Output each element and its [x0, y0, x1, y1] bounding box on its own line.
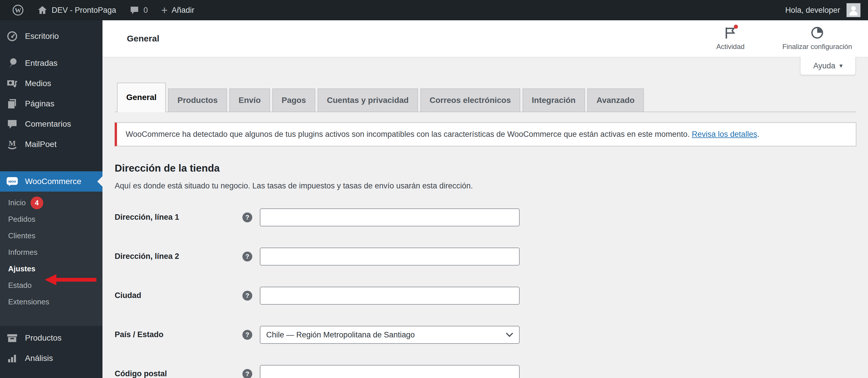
activity-label: Actividad	[716, 43, 744, 51]
submenu-item-informes[interactable]: Informes	[0, 244, 102, 261]
site-name-label: DEV - ProntoPaga	[52, 6, 116, 15]
sidebar-item-label: Análisis	[25, 354, 53, 363]
sidebar-item-label: MailPoet	[25, 140, 57, 149]
help-tip-icon[interactable]: ?	[242, 212, 252, 222]
chevron-down-icon: ▾	[840, 62, 843, 70]
submenu-item-clientes[interactable]: Clientes	[0, 228, 102, 244]
submenu-item-extensiones[interactable]: Extensiones	[0, 294, 102, 310]
tab-correos-electronicos[interactable]: Correos electrónicos	[421, 89, 520, 112]
tab-envio[interactable]: Envío	[229, 89, 270, 112]
sidebar-item-escritorio[interactable]: Escritorio	[0, 26, 102, 46]
new-content-label: Añadir	[172, 6, 194, 15]
sidebar-item-label: Entradas	[25, 59, 58, 68]
notice-text: WooCommerce ha detectado que algunos de …	[126, 130, 692, 139]
products-box-icon	[6, 333, 18, 344]
submenu-item-ajustes[interactable]: Ajustes	[0, 261, 102, 277]
submenu-item-estado[interactable]: Estado	[0, 277, 102, 294]
sidebar-item-label: Escritorio	[25, 32, 59, 41]
media-icon	[6, 78, 18, 89]
help-tip-icon[interactable]: ?	[242, 369, 252, 378]
new-content-button[interactable]: + Añadir	[156, 0, 199, 20]
section-description: Aquí es donde está situado tu negocio. L…	[115, 181, 857, 191]
address-line-2-input[interactable]	[260, 247, 520, 266]
sidebar-item-label: Productos	[25, 333, 62, 343]
sidebar-item-analisis[interactable]: Análisis	[0, 348, 102, 369]
field-label: Dirección, línea 1	[115, 213, 242, 222]
sidebar-item-entradas[interactable]: Entradas	[0, 53, 102, 73]
comments-bubble-icon	[129, 5, 140, 15]
address-line-1-input[interactable]	[260, 208, 520, 227]
header-actions: Actividad Finalizar configuración	[716, 26, 852, 51]
submenu-item-label: Pedidos	[8, 215, 35, 224]
help-tip-icon[interactable]: ?	[242, 252, 252, 262]
tab-integracion[interactable]: Integración	[523, 89, 585, 112]
submenu-item-pedidos[interactable]: Pedidos	[0, 211, 102, 228]
account-greeting[interactable]: Hola, developer	[785, 6, 840, 15]
sidebar-bottom-group: Productos Análisis	[0, 328, 102, 369]
tab-avanzado[interactable]: Avanzado	[587, 89, 644, 112]
sidebar-item-label: Medios	[25, 79, 51, 88]
field-label: Ciudad	[115, 291, 242, 300]
sidebar-item-label: Comentarios	[25, 119, 71, 129]
sidebar-item-woocommerce[interactable]: woo WooCommerce	[0, 171, 102, 192]
sidebar-item-productos[interactable]: Productos	[0, 328, 102, 348]
sidebar: Escritorio Entradas	[0, 20, 102, 378]
admin-bar-left: W DEV - ProntoPaga 0	[7, 0, 199, 20]
sidebar-item-mailpoet[interactable]: M MailPoet	[0, 134, 102, 154]
sidebar-menu: Escritorio Entradas	[0, 20, 102, 369]
field-label: País / Estado	[115, 330, 242, 339]
sidebar-item-label: WooCommerce	[25, 177, 81, 186]
field-label: Dirección, línea 2	[115, 252, 242, 261]
help-tip-icon[interactable]: ?	[242, 291, 252, 301]
country-select[interactable]: Chile — Región Metropolitana de Santiago	[260, 326, 520, 344]
country-select-wrap: Chile — Región Metropolitana de Santiago	[260, 326, 520, 344]
mailpoet-icon: M	[6, 139, 18, 150]
sidebar-item-medios[interactable]: Medios	[0, 73, 102, 94]
form-row-address-line-2: Dirección, línea 2 ?	[115, 237, 857, 276]
activity-button[interactable]: Actividad	[716, 26, 744, 51]
wordpress-menu-button[interactable]: W	[7, 0, 28, 20]
plus-icon: +	[161, 5, 167, 15]
admin-bar-right: Hola, developer	[785, 3, 861, 17]
tab-pagos[interactable]: Pagos	[272, 89, 315, 112]
content-header: General Actividad	[102, 20, 868, 57]
help-dropdown-button[interactable]: Ayuda ▾	[800, 57, 856, 75]
plugin-incompatibility-notice: WooCommerce ha detectado que algunos de …	[115, 122, 857, 146]
pin-icon	[6, 58, 18, 69]
setup-progress-icon	[811, 26, 824, 40]
avatar[interactable]	[846, 3, 861, 17]
current-menu-arrow	[97, 176, 102, 187]
field-label: Código postal	[115, 369, 242, 378]
woocommerce-submenu: Inicio 4 Pedidos Clientes Informes Ajust…	[0, 192, 102, 326]
help-tip-icon[interactable]: ?	[242, 330, 252, 340]
sidebar-item-paginas[interactable]: Páginas	[0, 94, 102, 114]
sidebar-item-comentarios[interactable]: Comentarios	[0, 114, 102, 134]
bar-chart-icon	[6, 353, 18, 364]
submenu-item-label: Extensiones	[8, 298, 49, 306]
site-name-button[interactable]: DEV - ProntoPaga	[32, 0, 121, 20]
comment-icon	[6, 118, 18, 130]
submenu-item-inicio[interactable]: Inicio 4	[0, 195, 102, 211]
submenu-item-label: Clientes	[8, 231, 35, 240]
notice-details-link[interactable]: Revisa los detalles	[692, 130, 757, 139]
woocommerce-icon: woo	[6, 175, 18, 188]
main-content: General Actividad	[102, 20, 868, 378]
mailpoet-m-glyph: M	[9, 139, 16, 147]
settings-page-body: General Productos Envío Pagos Cuentas y …	[102, 57, 868, 378]
postcode-input[interactable]	[260, 365, 520, 378]
city-input[interactable]	[260, 287, 520, 305]
tab-cuentas-y-privacidad[interactable]: Cuentas y privacidad	[318, 89, 418, 112]
activity-flag-icon	[724, 26, 736, 40]
sidebar-item-label: Páginas	[25, 99, 54, 108]
finish-setup-button[interactable]: Finalizar configuración	[782, 26, 852, 51]
page-title: General	[127, 34, 159, 43]
woocommerce-settings-screen: W DEV - ProntoPaga 0	[0, 0, 868, 378]
notice-text-period: .	[757, 130, 760, 139]
comments-count: 0	[144, 6, 148, 15]
home-icon	[37, 5, 48, 15]
person-icon	[848, 4, 859, 16]
comments-button[interactable]: 0	[125, 0, 152, 20]
tab-productos[interactable]: Productos	[168, 89, 227, 112]
tab-general[interactable]: General	[117, 82, 166, 112]
wordpress-logo-icon: W	[12, 4, 24, 16]
